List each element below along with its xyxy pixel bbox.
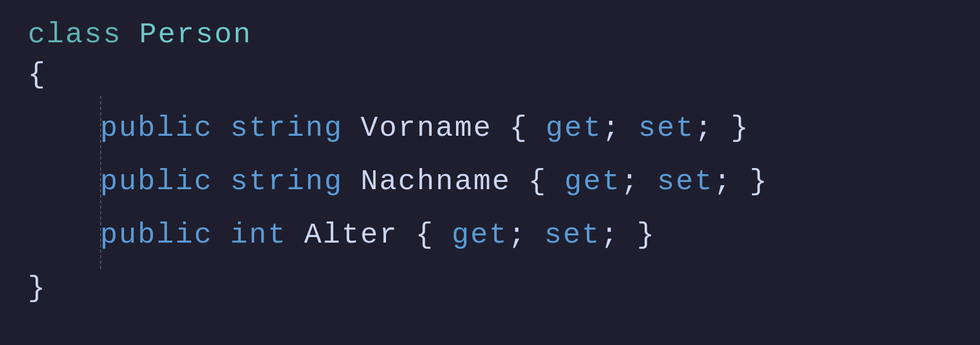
prop-nachname: Nachname: [360, 162, 511, 201]
code-editor: class Person { public string Vorname { g…: [0, 0, 980, 345]
keyword-set-2: set: [657, 162, 713, 201]
type-int: int: [230, 216, 286, 255]
keyword-public-1: public: [100, 109, 213, 148]
open-brace: {: [28, 56, 47, 95]
brace-open-1: {: [509, 109, 528, 148]
keyword-set-1: set: [638, 109, 694, 148]
brace-open-2: {: [528, 162, 547, 201]
line-class-declaration: class Person: [28, 16, 952, 56]
semicolon-6: ;: [601, 216, 620, 255]
line-vorname: public string Vorname { get ; set ; }: [28, 109, 952, 149]
close-brace: }: [28, 269, 47, 308]
keyword-get-2: get: [565, 162, 621, 201]
keyword-set-3: set: [544, 216, 600, 255]
semicolon-4: ;: [714, 162, 732, 201]
brace-close-3: }: [637, 216, 656, 255]
line-nachname: public string Nachname { get ; set ; }: [28, 162, 952, 203]
line-close-brace: }: [28, 269, 952, 309]
class-name-person: Person: [139, 16, 252, 55]
keyword-get-1: get: [546, 109, 602, 148]
line-alter: public int Alter { get ; set ; }: [28, 216, 952, 256]
brace-close-1: }: [731, 109, 750, 148]
type-string-2: string: [230, 162, 343, 201]
line-open-brace: {: [28, 56, 952, 96]
keyword-class: class: [28, 16, 122, 55]
semicolon-5: ;: [508, 216, 527, 255]
semicolon-2: ;: [695, 109, 714, 148]
prop-alter: Alter: [304, 216, 398, 255]
semicolon-3: ;: [621, 162, 640, 201]
keyword-public-2: public: [100, 162, 213, 201]
prop-vorname: Vorname: [360, 109, 492, 148]
keyword-public-3: public: [100, 216, 213, 255]
type-string-1: string: [230, 109, 343, 148]
brace-close-2: }: [750, 162, 769, 201]
keyword-get-3: get: [452, 216, 508, 255]
brace-open-3: {: [415, 216, 434, 255]
semicolon-1: ;: [602, 109, 621, 148]
